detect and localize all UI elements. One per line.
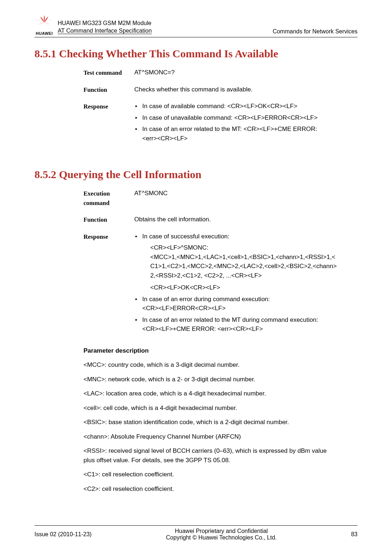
logo-text: HUAWEI bbox=[36, 31, 53, 36]
value-function-2: Obtains the cell information. bbox=[134, 215, 343, 225]
response-line: <err><CR><LF> bbox=[142, 135, 188, 142]
param-line: <chann>: Absolute Frequency Channel Numb… bbox=[83, 432, 336, 442]
page-footer: Issue 02 (2010-11-23) Huawei Proprietary… bbox=[34, 525, 358, 541]
list-item: In case of an error during command execu… bbox=[134, 295, 343, 313]
definition-block-852: Execution command AT^SMONC Function Obta… bbox=[83, 189, 343, 336]
value-test-command: AT^SMONC=? bbox=[134, 68, 343, 78]
param-line: <C1>: cell reselection coefficient. bbox=[83, 470, 336, 479]
response-line: C1>1,<C2>1,<MCC>2,<MNC>2,<LAC>2,<cell>2,… bbox=[142, 262, 343, 271]
header-module-name: HUAWEI MG323 GSM M2M Module bbox=[58, 19, 273, 27]
label-exec-command: Execution command bbox=[83, 189, 134, 208]
row-function-2: Function Obtains the cell information. bbox=[83, 215, 343, 225]
param-line: <MNC>: network code, which is a 2- or 3-… bbox=[83, 375, 336, 384]
response-line: In case of an error related to the MT: <… bbox=[142, 126, 317, 132]
label-response: Response bbox=[83, 102, 134, 145]
footer-copyright: Copyright © Huawei Technologies Co., Ltd… bbox=[166, 534, 277, 541]
row-response-2: Response In case of successful execution… bbox=[83, 232, 343, 336]
param-heading: Parameter description bbox=[83, 346, 336, 356]
page-header: HUAWEI HUAWEI MG323 GSM M2M Module AT Co… bbox=[34, 15, 358, 37]
logo-block: HUAWEI bbox=[34, 15, 54, 36]
response-list-852: In case of successful execution: <CR><LF… bbox=[134, 232, 343, 334]
response-line: <CR><LF>+CME ERROR: <err><CR><LF> bbox=[142, 325, 263, 332]
response-line: In case of an error during command execu… bbox=[142, 296, 270, 303]
list-item: In case of successful execution: <CR><LF… bbox=[134, 232, 343, 292]
list-item: In case of unavailable command: <CR><LF>… bbox=[134, 113, 343, 123]
page: HUAWEI HUAWEI MG323 GSM M2M Module AT Co… bbox=[0, 0, 392, 554]
value-exec-command: AT^SMONC bbox=[134, 189, 343, 208]
response-line: In case of successful execution: bbox=[142, 233, 229, 240]
footer-proprietary: Huawei Proprietary and Confidential bbox=[175, 528, 268, 534]
footer-issue: Issue 02 (2010-11-23) bbox=[34, 531, 91, 538]
header-doc-title: AT Command Interface Specification bbox=[58, 27, 273, 35]
header-left-lines: HUAWEI MG323 GSM M2M Module AT Command I… bbox=[58, 19, 273, 36]
list-item: In case of available command: <CR><LF>OK… bbox=[134, 102, 343, 111]
response-line: 2,<RSSI>2,<C1>2, <C2>2, ...<CR><LF> bbox=[142, 271, 343, 280]
list-item: In case of an error related to the MT: <… bbox=[134, 124, 343, 143]
label-function-2: Function bbox=[83, 215, 134, 225]
footer-page-number: 83 bbox=[351, 531, 358, 538]
row-function: Function Checks whether this command is … bbox=[83, 85, 343, 95]
param-line: <LAC>: location area code, which is a 4-… bbox=[83, 389, 336, 398]
section-title-852: 8.5.2 Querying the Cell Information bbox=[34, 168, 358, 181]
parameter-description: Parameter description <MCC>: country cod… bbox=[83, 346, 336, 494]
label-response-2: Response bbox=[83, 232, 134, 336]
list-item: In case of an error related to the MT du… bbox=[134, 315, 343, 334]
param-line: <cell>: cell code, which is a 4-digit he… bbox=[83, 403, 336, 413]
param-line: <C2>: cell reselection coefficient. bbox=[83, 484, 336, 494]
row-response: Response In case of available command: <… bbox=[83, 102, 343, 145]
param-line: <RSSI>: received signal level of BCCH ca… bbox=[83, 446, 336, 465]
label-test-command: Test command bbox=[83, 68, 134, 78]
response-line: <CR><LF>ERROR<CR><LF> bbox=[142, 305, 226, 312]
value-function: Checks whether this command is available… bbox=[134, 85, 343, 95]
response-line: <CR><LF>OK<CR><LF> bbox=[142, 283, 343, 292]
row-exec-command: Execution command AT^SMONC bbox=[83, 189, 343, 208]
response-line: In case of an error related to the MT du… bbox=[142, 316, 318, 323]
param-line: <BSIC>: base station identification code… bbox=[83, 418, 336, 427]
footer-center: Huawei Proprietary and Confidential Copy… bbox=[91, 528, 351, 541]
value-response-2: In case of successful execution: <CR><LF… bbox=[134, 232, 343, 336]
response-line: <CR><LF>^SMONC: bbox=[142, 243, 343, 253]
huawei-logo-icon bbox=[34, 15, 54, 30]
param-line: <MCC>: country code, which is a 3-digit … bbox=[83, 360, 336, 370]
section-title-851: 8.5.1 Checking Whether This Command Is A… bbox=[34, 48, 358, 60]
row-test-command: Test command AT^SMONC=? bbox=[83, 68, 343, 78]
response-list-851: In case of available command: <CR><LF>OK… bbox=[134, 102, 343, 143]
response-line: <MCC>1,<MNC>1,<LAC>1,<cell>1,<BSIC>1,<ch… bbox=[142, 253, 343, 262]
definition-block-851: Test command AT^SMONC=? Function Checks … bbox=[83, 68, 343, 145]
label-function: Function bbox=[83, 85, 134, 95]
value-response: In case of available command: <CR><LF>OK… bbox=[134, 102, 343, 145]
header-section-name: Commands for Network Services bbox=[273, 28, 358, 36]
